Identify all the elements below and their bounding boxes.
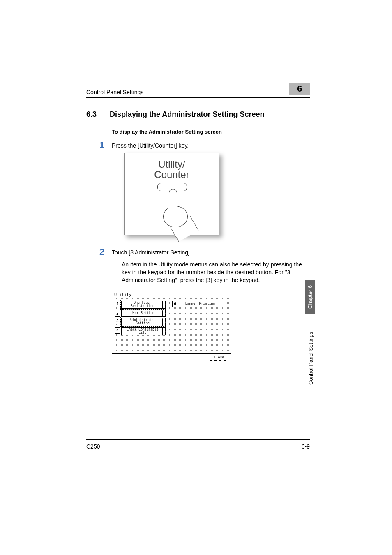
page-footer: C250 6-9 [86,439,310,450]
figure-utility-screen: Utility 1 One-Touch Registration 6 Banne… [112,291,231,362]
menu-num-4: 4 [115,327,120,334]
hand-icon [161,189,198,234]
menu-btn-user-setting[interactable]: User Setting [121,310,166,317]
footer-left: C250 [86,443,100,450]
menu-btn-administrator-setting[interactable]: Administrator Setting [121,318,166,326]
menu-row-4: 4 Check Consumable Life [115,327,228,335]
figure2-body: 1 One-Touch Registration 6 Banner Printi… [112,298,231,353]
figure2-title: Utility [112,291,231,298]
bullet-text: An item in the Utility mode menus can al… [122,261,310,284]
section-heading: 6.3 Displaying the Administrator Setting… [86,110,310,119]
menu-row-1: 1 One-Touch Registration 6 Banner Printi… [115,301,228,309]
menu-btn-one-touch[interactable]: One-Touch Registration [121,301,166,309]
step-1: 1 Press the [Utility/Counter] key. [99,141,310,150]
step-2-number: 2 [99,247,112,257]
menu-btn-check-consumable[interactable]: Check Consumable Life [121,327,166,335]
side-tab-section: Control Panel Settings [308,319,314,385]
side-tab-chapter: Chapter 6 [305,280,315,314]
chapter-number: 6 [297,83,302,94]
section-title: Displaying the Administrator Setting Scr… [110,110,264,118]
section-number: 6.3 [86,110,108,119]
figure2-footer: Close [112,353,231,362]
footer-right: 6-9 [302,443,310,450]
figure2-spacer [115,337,228,351]
menu-col2-row: 6 Banner Printing [172,301,223,307]
bullet-dash: – [112,261,122,284]
running-title: Control Panel Settings [86,89,143,95]
step-2: 2 Touch [3 Administrator Setting]. [99,247,310,257]
menu-num-3: 3 [115,318,120,324]
menu-num-1: 1 [115,301,120,307]
menu-num-6: 6 [172,301,178,307]
chapter-number-box: 6 [289,83,310,95]
page-header: Control Panel Settings 6 [86,88,310,98]
step-1-text: Press the [Utility/Counter] key. [112,141,310,150]
figure1-label: Utility/ Counter [125,159,219,180]
close-button[interactable]: Close [210,355,228,361]
step-2-text: Touch [3 Administrator Setting]. [112,247,310,257]
menu-row-2: 2 User Setting [115,310,228,317]
note-bullet: – An item in the Utility mode menus can … [112,261,310,284]
menu-btn-banner-printing[interactable]: Banner Printing [179,301,223,307]
menu-row-3: 3 Administrator Setting [115,318,228,326]
menu-num-2: 2 [115,310,120,317]
sub-heading: To display the Administrator Setting scr… [112,129,310,135]
step-1-number: 1 [99,141,112,150]
figure-utility-counter-key: Utility/ Counter [124,153,219,235]
